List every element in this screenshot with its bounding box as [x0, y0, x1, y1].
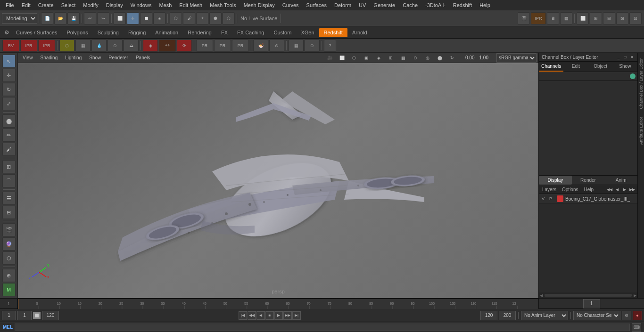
- layout4-btn[interactable]: ⊠: [616, 12, 628, 24]
- select-mode-btn[interactable]: ⬜: [114, 12, 126, 24]
- frame-start-input[interactable]: [2, 311, 16, 320]
- snap-grid-tool[interactable]: ⊞: [2, 160, 16, 173]
- tab-animation[interactable]: Animation: [150, 28, 183, 37]
- layer-scroll-thumb[interactable]: [545, 294, 632, 297]
- vp-menu-lighting[interactable]: Lighting: [62, 54, 84, 61]
- layer-tool[interactable]: ⊟: [2, 206, 16, 219]
- go-start-btn[interactable]: |◀: [239, 311, 247, 320]
- tab-curves-surfaces[interactable]: Curves / Surfaces: [11, 28, 62, 37]
- new-scene-btn[interactable]: 📄: [41, 12, 53, 24]
- layout5-btn[interactable]: ⊡: [629, 12, 642, 24]
- sidebar-tab-attribute-editor[interactable]: Attribute Editor: [638, 113, 644, 149]
- tab-rigging[interactable]: Rigging: [124, 28, 150, 37]
- menu-edit-mesh[interactable]: Edit Mesh: [175, 1, 206, 9]
- maya-logo[interactable]: M: [2, 283, 16, 296]
- shelf-btn5[interactable]: ▦: [75, 40, 91, 52]
- shelf-rs3[interactable]: ▦: [289, 40, 304, 52]
- channel-box-min[interactable]: _: [616, 54, 621, 60]
- auto-key-btn[interactable]: ●: [633, 311, 642, 320]
- tab-arnold[interactable]: Arnold: [347, 28, 372, 37]
- paint-btn[interactable]: 🖌: [183, 12, 195, 24]
- menu-file[interactable]: File: [2, 1, 18, 9]
- xform-tool[interactable]: ⊕: [2, 269, 16, 282]
- tab-redshift[interactable]: Redshift: [319, 28, 347, 37]
- menu-3dtoall[interactable]: -3DtoAll-: [421, 1, 449, 9]
- layer-prev-icon[interactable]: ◀: [614, 186, 620, 193]
- render-btn[interactable]: 🎬: [518, 12, 530, 24]
- no-anim-layer-select[interactable]: No Anim Layer: [521, 311, 568, 320]
- layout1-btn[interactable]: ⬜: [577, 12, 589, 24]
- scale-tool[interactable]: ⤢: [2, 97, 16, 110]
- shelf-rs2[interactable]: ⊙: [269, 40, 284, 52]
- node-editor-tool[interactable]: ⬡: [2, 251, 16, 265]
- shelf-rs1[interactable]: 🍜: [253, 40, 268, 52]
- tab-fx-caching[interactable]: FX Caching: [232, 28, 269, 37]
- layer-next-icon[interactable]: ▶: [621, 186, 628, 193]
- tab-custom[interactable]: Custom: [269, 28, 297, 37]
- menu-generate[interactable]: Generate: [370, 1, 399, 9]
- vp-icon-mesh[interactable]: ▦: [398, 53, 408, 63]
- layers-help[interactable]: Help: [582, 186, 595, 193]
- command-line[interactable]: [15, 324, 630, 331]
- menu-windows[interactable]: Windows: [127, 1, 156, 9]
- layer-fwd-icon[interactable]: ▶▶: [629, 186, 636, 193]
- menu-redshift[interactable]: Redshift: [449, 1, 476, 9]
- play-back-btn[interactable]: ◀: [256, 311, 265, 320]
- shelf-btn9[interactable]: ◈: [143, 40, 158, 52]
- shelf-btn8[interactable]: ⛰: [124, 40, 139, 52]
- tab-fx[interactable]: FX: [216, 28, 232, 37]
- undo-btn[interactable]: ↩: [84, 12, 96, 24]
- menu-edit[interactable]: Edit: [18, 1, 34, 9]
- outliner-tool[interactable]: ☰: [2, 192, 16, 205]
- shelf-btn10[interactable]: ⌖⌖: [159, 40, 176, 52]
- vp-menu-renderer[interactable]: Renderer: [106, 54, 131, 61]
- lasso2-btn[interactable]: ⌖: [196, 12, 208, 24]
- menu-help[interactable]: Help: [476, 1, 494, 9]
- menu-mesh-display[interactable]: Mesh Display: [240, 1, 279, 9]
- menu-select[interactable]: Select: [58, 1, 80, 9]
- shelf-btn7[interactable]: ⊙: [107, 40, 123, 52]
- vp-icon-cam[interactable]: 🎥: [324, 53, 335, 63]
- menu-display[interactable]: Display: [102, 1, 127, 9]
- rotate-tool[interactable]: ↻: [2, 83, 16, 96]
- move-tool[interactable]: ✛: [2, 69, 16, 82]
- menu-surfaces[interactable]: Surfaces: [303, 1, 330, 9]
- layout3-btn[interactable]: ⊟: [603, 12, 615, 24]
- play-fwd-btn[interactable]: ▶: [274, 311, 283, 320]
- shelf-pr1[interactable]: PR: [196, 40, 213, 52]
- menu-modify[interactable]: Modify: [79, 1, 102, 9]
- tab-xgen[interactable]: XGen: [296, 28, 319, 37]
- frame-end-input[interactable]: [42, 311, 59, 320]
- menu-cache[interactable]: Cache: [399, 1, 421, 9]
- vp-menu-panels[interactable]: Panels: [133, 54, 153, 61]
- append-btn[interactable]: ⬢: [209, 12, 222, 24]
- select-tool[interactable]: ↖: [2, 55, 16, 68]
- vp-icon-sel3[interactable]: ▣: [361, 53, 372, 63]
- menu-uv[interactable]: UV: [355, 1, 370, 9]
- shelf-btn6[interactable]: 💧: [91, 40, 107, 52]
- script-editor-btn[interactable]: ⌨: [632, 323, 641, 332]
- save-scene-btn[interactable]: 💾: [67, 12, 80, 24]
- menu-create[interactable]: Create: [34, 1, 58, 9]
- hypershade-tool[interactable]: 🔮: [2, 237, 16, 251]
- no-char-set-select[interactable]: No Character Set: [573, 311, 620, 320]
- timeline[interactable]: 5 10 15 20 25 30 35 40 45 50 55 60 65 70…: [18, 299, 538, 309]
- layer-back-icon[interactable]: ◀◀: [606, 186, 613, 193]
- vp-icon-sel1[interactable]: ⬜: [337, 53, 347, 63]
- channel-tab-show[interactable]: Show: [613, 62, 637, 72]
- viewport[interactable]: View Shading Lighting Show Renderer Pane…: [18, 53, 538, 298]
- move-btn[interactable]: ✛: [127, 12, 139, 24]
- vp-icon-refresh[interactable]: ↻: [447, 53, 457, 63]
- viewport-3d[interactable]: Y X Z persp: [18, 63, 538, 298]
- menu-mesh[interactable]: Mesh: [155, 1, 175, 9]
- menu-deform[interactable]: Deform: [330, 1, 355, 9]
- tab-render[interactable]: Render: [572, 176, 605, 185]
- tab-polygons[interactable]: Polygons: [62, 28, 92, 37]
- vp-icon-sel2[interactable]: ⬡: [349, 53, 359, 63]
- tab-rendering[interactable]: Rendering: [183, 28, 216, 37]
- vp-menu-view[interactable]: View: [20, 54, 36, 61]
- vp-menu-show[interactable]: Show: [86, 54, 104, 61]
- snap2-btn[interactable]: ◈: [153, 12, 165, 24]
- channel-box-close[interactable]: ✕: [629, 54, 635, 60]
- shelf-btn2[interactable]: IPR: [20, 40, 37, 52]
